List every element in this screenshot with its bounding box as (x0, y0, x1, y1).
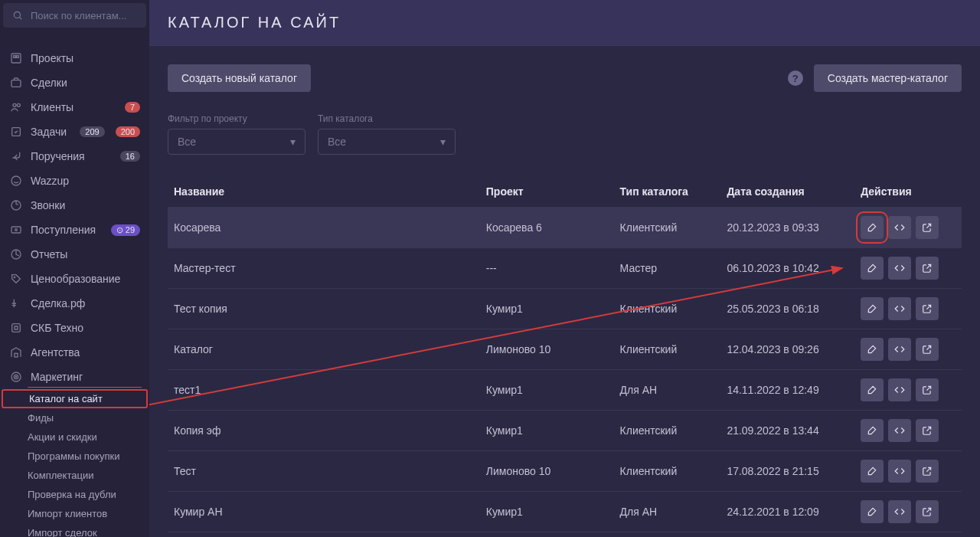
nav-item-projects[interactable]: Проекты (0, 46, 149, 70)
create-master-catalog-button[interactable]: Создать мастер-каталог (814, 64, 962, 92)
nav-item-marketing[interactable]: Маркетинг (0, 365, 149, 389)
open-external-button[interactable] (916, 460, 939, 483)
table-row[interactable]: Кумир ТЕСТ Кумир1 Клиентский 24.12.2021 … (168, 532, 962, 538)
nav-label: Звонки (31, 199, 140, 211)
create-catalog-button[interactable]: Создать новый каталог (168, 64, 311, 92)
search-input[interactable] (31, 10, 149, 21)
table-row[interactable]: Косарева Косарева 6 Клиентский 20.12.202… (168, 208, 962, 248)
right-actions: ? Создать мастер-каталог (788, 64, 962, 92)
deals-icon (9, 76, 23, 90)
table-row[interactable]: Тест копия Кумир1 Клиентский 25.05.2023 … (168, 289, 962, 329)
sub-item[interactable]: Импорт клиентов (0, 504, 149, 523)
code-button[interactable] (888, 419, 911, 442)
top-actions: Создать новый каталог ? Создать мастер-к… (168, 64, 962, 92)
code-button[interactable] (888, 297, 911, 320)
code-button[interactable] (888, 378, 911, 401)
table-row[interactable]: Тест Лимоново 10 Клиентский 17.08.2022 в… (168, 451, 962, 492)
table-row[interactable]: Мастер-тест --- Мастер 06.10.2023 в 10:4… (168, 248, 962, 289)
sub-item[interactable]: Комплектации (0, 466, 149, 485)
sub-item[interactable]: Программы покупки (0, 447, 149, 466)
nav-item-reports[interactable]: Отчеты (0, 242, 149, 267)
table-row[interactable]: Копия эф Кумир1 Клиентский 21.09.2022 в … (168, 411, 962, 451)
filter-type-value: Все (328, 136, 346, 148)
open-external-button[interactable] (916, 216, 939, 239)
pricing-icon (9, 272, 23, 286)
deal-rf-icon (9, 296, 23, 310)
badge: ⊙ 29 (111, 224, 140, 236)
table-row[interactable]: тест1 Кумир1 Для АН 14.11.2022 в 12:49 (168, 370, 962, 411)
nav-item-assign[interactable]: Поручения16 (0, 144, 149, 169)
code-button[interactable] (888, 500, 911, 523)
edit-button[interactable] (861, 419, 884, 442)
help-icon[interactable]: ? (788, 70, 803, 86)
edit-button[interactable] (861, 500, 884, 523)
code-button[interactable] (888, 216, 911, 239)
sub-item[interactable]: Каталог на сайт (2, 389, 148, 408)
edit-button[interactable] (861, 297, 884, 320)
cell-name: Каталог (168, 329, 480, 370)
nav-label: СКБ Техно (31, 322, 140, 334)
nav-item-pricing[interactable]: Ценообразование (0, 267, 149, 291)
open-external-button[interactable] (916, 257, 939, 280)
search-box[interactable] (3, 3, 146, 28)
svg-point-19 (15, 376, 16, 377)
nav-item-deals[interactable]: Сделки (0, 70, 149, 95)
edit-button[interactable] (861, 338, 884, 361)
nav-label: Отчеты (31, 248, 140, 260)
open-external-button[interactable] (916, 419, 939, 442)
nav-item-deal-rf[interactable]: Сделка.рф (0, 291, 149, 316)
sub-item[interactable]: Акции и скидки (0, 427, 149, 447)
cell-date: 21.09.2022 в 13:44 (720, 411, 854, 451)
sub-item[interactable]: Проверка на дубли (0, 485, 149, 504)
cell-type: Клиентский (614, 532, 721, 538)
sub-item[interactable]: Импорт сделок (0, 523, 149, 537)
table-row[interactable]: Кумир АН Кумир1 Для АН 24.12.2021 в 12:0… (168, 492, 962, 532)
open-external-button[interactable] (916, 500, 939, 523)
cell-type: Мастер (614, 248, 721, 289)
cell-date: 17.08.2022 в 21:15 (720, 451, 854, 492)
search-icon (11, 8, 24, 22)
edit-button[interactable] (861, 257, 884, 280)
sub-item[interactable]: Фиды (0, 408, 149, 427)
cell-name: Кумир АН (168, 492, 480, 532)
nav-item-calls[interactable]: Звонки (0, 193, 149, 218)
marketing-icon (9, 370, 23, 384)
nav-item-skb[interactable]: СКБ Техно (0, 316, 149, 340)
cell-project: Кумир1 (480, 370, 614, 411)
nav-item-agencies[interactable]: Агентства (0, 340, 149, 365)
edit-button[interactable] (861, 378, 884, 401)
svg-rect-15 (12, 324, 21, 332)
filter-project: Фильтр по проекту Все ▾ (168, 113, 305, 155)
cell-date: 14.11.2022 в 12:49 (720, 370, 854, 411)
edit-button[interactable] (861, 460, 884, 483)
cell-name: тест1 (168, 370, 480, 411)
cell-type: Клиентский (614, 289, 721, 329)
open-external-button[interactable] (916, 297, 939, 320)
svg-rect-3 (14, 56, 16, 58)
filter-type-select[interactable]: Все ▾ (318, 129, 456, 155)
nav-item-income[interactable]: Поступления⊙ 29 (0, 218, 149, 242)
svg-rect-16 (15, 353, 18, 357)
nav-label: Проекты (31, 52, 140, 64)
open-external-button[interactable] (916, 338, 939, 361)
nav-item-tasks[interactable]: Задачи209200 (0, 120, 149, 144)
col-type: Тип каталога (614, 176, 721, 208)
open-external-button[interactable] (916, 378, 939, 401)
badge: 200 (116, 126, 140, 137)
nav-label: Сделки (31, 77, 140, 89)
code-button[interactable] (888, 257, 911, 280)
table-row[interactable]: Каталог Лимоново 10 Клиентский 12.04.202… (168, 329, 962, 370)
svg-point-12 (15, 229, 18, 231)
col-name: Название (168, 176, 480, 208)
edit-button[interactable] (861, 216, 884, 239)
cell-type: Клиентский (614, 451, 721, 492)
cell-date: 12.04.2023 в 09:26 (720, 329, 854, 370)
cell-date: 24.12.2021 в 12:09 (720, 532, 854, 538)
cell-name: Кумир ТЕСТ (168, 532, 480, 538)
code-button[interactable] (888, 460, 911, 483)
nav-item-clients[interactable]: Клиенты7 (0, 95, 149, 120)
cell-name: Тест (168, 451, 480, 492)
filter-project-select[interactable]: Все ▾ (168, 129, 305, 155)
nav-item-wazzup[interactable]: Wazzup (0, 169, 149, 193)
code-button[interactable] (888, 338, 911, 361)
